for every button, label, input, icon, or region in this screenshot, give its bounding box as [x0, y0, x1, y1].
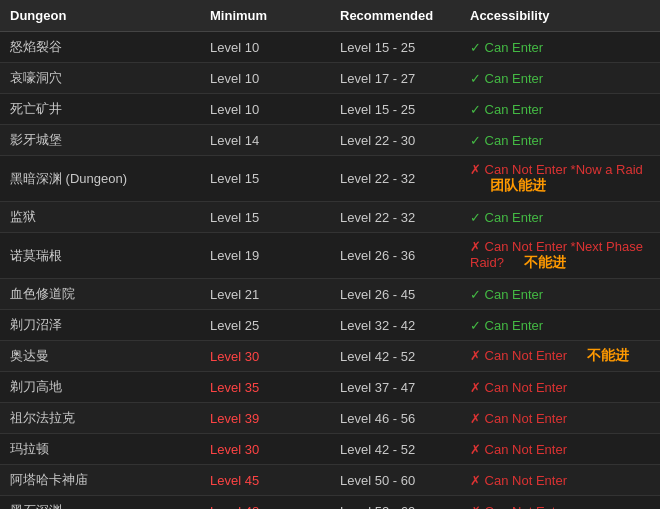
table-row: 影牙城堡Level 14Level 22 - 30✓ Can Enter: [0, 125, 660, 156]
min-level: Level 48: [200, 496, 330, 510]
dungeon-name: 黑石深渊: [0, 496, 200, 510]
dungeon-name: 怒焰裂谷: [0, 32, 200, 63]
table-row: 黑暗深渊 (Dungeon)Level 15Level 22 - 32✗ Can…: [0, 156, 660, 202]
rec-level: Level 15 - 25: [330, 32, 460, 63]
acc-text: ✓ Can Enter: [470, 287, 543, 302]
table-row: 玛拉顿Level 30Level 42 - 52✗ Can Not Enter: [0, 434, 660, 465]
dungeon-name: 玛拉顿: [0, 434, 200, 465]
rec-level: Level 15 - 25: [330, 94, 460, 125]
acc-text: ✓ Can Enter: [470, 318, 543, 333]
rec-level: Level 37 - 47: [330, 372, 460, 403]
accessibility-status: ✓ Can Enter: [460, 32, 660, 63]
min-level: Level 10: [200, 94, 330, 125]
table-row: 剃刀沼泽Level 25Level 32 - 42✓ Can Enter: [0, 310, 660, 341]
accessibility-status: ✗ Can Not Enter: [460, 403, 660, 434]
table-row: 黑石深渊Level 48Level 52 - 60✗ Can Not Enter: [0, 496, 660, 510]
table-header-row: Dungeon Minimum Recommended Accessibilit…: [0, 0, 660, 32]
acc-text: ✗ Can Not Enter: [470, 473, 567, 488]
accessibility-status: ✗ Can Not Enter不能进: [460, 341, 660, 372]
rec-level: Level 46 - 56: [330, 403, 460, 434]
acc-text: ✗ Can Not Enter: [470, 348, 567, 363]
dungeon-name: 剃刀高地: [0, 372, 200, 403]
min-level: Level 25: [200, 310, 330, 341]
dungeon-name: 黑暗深渊 (Dungeon): [0, 156, 200, 202]
min-level: Level 45: [200, 465, 330, 496]
rec-level: Level 42 - 52: [330, 341, 460, 372]
header-minimum: Minimum: [200, 0, 330, 32]
acc-text: ✗ Can Not Enter: [470, 442, 567, 457]
min-level: Level 10: [200, 63, 330, 94]
acc-text: ✓ Can Enter: [470, 133, 543, 148]
accessibility-status: ✗ Can Not Enter: [460, 372, 660, 403]
rec-level: Level 52 - 60: [330, 496, 460, 510]
rec-level: Level 50 - 60: [330, 465, 460, 496]
accessibility-status: ✗ Can Not Enter: [460, 496, 660, 510]
table-row: 哀嚎洞穴Level 10Level 17 - 27✓ Can Enter: [0, 63, 660, 94]
dungeon-name: 祖尔法拉克: [0, 403, 200, 434]
table-row: 怒焰裂谷Level 10Level 15 - 25✓ Can Enter: [0, 32, 660, 63]
accessibility-status: ✓ Can Enter: [460, 310, 660, 341]
table-row: 监狱Level 15Level 22 - 32✓ Can Enter: [0, 202, 660, 233]
header-dungeon: Dungeon: [0, 0, 200, 32]
acc-text: ✓ Can Enter: [470, 71, 543, 86]
dungeon-name: 诺莫瑞根: [0, 233, 200, 279]
dungeon-name: 监狱: [0, 202, 200, 233]
table-row: 诺莫瑞根Level 19Level 26 - 36✗ Can Not Enter…: [0, 233, 660, 279]
header-recommended: Recommended: [330, 0, 460, 32]
annotation-label: 不能进: [587, 347, 629, 363]
min-level: Level 19: [200, 233, 330, 279]
min-level: Level 10: [200, 32, 330, 63]
accessibility-status: ✗ Can Not Enter *Next Phase Raid?不能进: [460, 233, 660, 279]
acc-text: ✓ Can Enter: [470, 40, 543, 55]
rec-level: Level 22 - 32: [330, 202, 460, 233]
dungeon-name: 死亡矿井: [0, 94, 200, 125]
rec-level: Level 22 - 32: [330, 156, 460, 202]
min-level: Level 15: [200, 156, 330, 202]
accessibility-status: ✗ Can Not Enter *Now a Raid团队能进: [460, 156, 660, 202]
min-level: Level 30: [200, 434, 330, 465]
accessibility-status: ✓ Can Enter: [460, 202, 660, 233]
accessibility-status: ✗ Can Not Enter: [460, 434, 660, 465]
accessibility-status: ✓ Can Enter: [460, 279, 660, 310]
acc-text: ✗ Can Not Enter: [470, 504, 567, 510]
table-row: 奥达曼Level 30Level 42 - 52✗ Can Not Enter不…: [0, 341, 660, 372]
table-row: 血色修道院Level 21Level 26 - 45✓ Can Enter: [0, 279, 660, 310]
min-level: Level 15: [200, 202, 330, 233]
dungeon-name: 剃刀沼泽: [0, 310, 200, 341]
min-level: Level 30: [200, 341, 330, 372]
table-row: 祖尔法拉克Level 39Level 46 - 56✗ Can Not Ente…: [0, 403, 660, 434]
acc-text: ✗ Can Not Enter: [470, 380, 567, 395]
table-row: 剃刀高地Level 35Level 37 - 47✗ Can Not Enter: [0, 372, 660, 403]
acc-text: ✓ Can Enter: [470, 210, 543, 225]
min-level: Level 35: [200, 372, 330, 403]
acc-text: ✗ Can Not Enter: [470, 411, 567, 426]
accessibility-status: ✗ Can Not Enter: [460, 465, 660, 496]
accessibility-status: ✓ Can Enter: [460, 94, 660, 125]
dungeon-name: 影牙城堡: [0, 125, 200, 156]
dungeon-name: 奥达曼: [0, 341, 200, 372]
accessibility-status: ✓ Can Enter: [460, 63, 660, 94]
annotation-label: 团队能进: [490, 177, 546, 193]
dungeon-name: 血色修道院: [0, 279, 200, 310]
acc-text: ✗ Can Not Enter *Now a Raid: [470, 162, 643, 177]
rec-level: Level 32 - 42: [330, 310, 460, 341]
rec-level: Level 22 - 30: [330, 125, 460, 156]
min-level: Level 21: [200, 279, 330, 310]
header-accessibility: Accessibility: [460, 0, 660, 32]
rec-level: Level 26 - 36: [330, 233, 460, 279]
dungeon-name: 阿塔哈卡神庙: [0, 465, 200, 496]
dungeon-name: 哀嚎洞穴: [0, 63, 200, 94]
rec-level: Level 42 - 52: [330, 434, 460, 465]
accessibility-status: ✓ Can Enter: [460, 125, 660, 156]
rec-level: Level 26 - 45: [330, 279, 460, 310]
dungeon-table: Dungeon Minimum Recommended Accessibilit…: [0, 0, 660, 509]
min-level: Level 14: [200, 125, 330, 156]
rec-level: Level 17 - 27: [330, 63, 460, 94]
table-row: 死亡矿井Level 10Level 15 - 25✓ Can Enter: [0, 94, 660, 125]
table-row: 阿塔哈卡神庙Level 45Level 50 - 60✗ Can Not Ent…: [0, 465, 660, 496]
annotation-label: 不能进: [524, 254, 566, 270]
min-level: Level 39: [200, 403, 330, 434]
acc-text: ✓ Can Enter: [470, 102, 543, 117]
